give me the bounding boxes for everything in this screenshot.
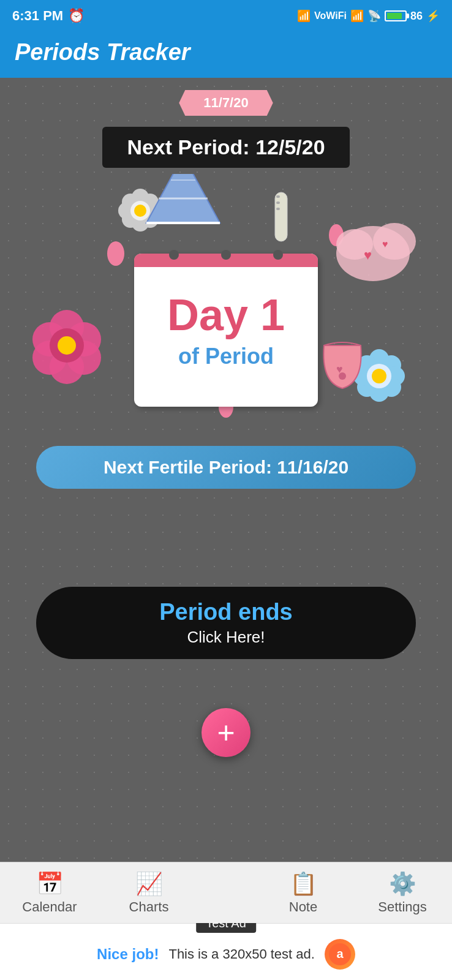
settings-icon: ⚙️: [389, 871, 416, 897]
battery-tip: [407, 13, 409, 18]
status-time: 6:31 PM: [12, 8, 63, 24]
fab-button[interactable]: +: [202, 708, 250, 757]
ad-nice-job: Nice job!: [97, 946, 159, 963]
svg-text:♥: ♥: [336, 363, 343, 375]
svg-rect-29: [275, 192, 287, 241]
fab-plus-icon: +: [217, 715, 235, 750]
svg-text:of Period: of Period: [178, 344, 274, 369]
status-time-area: 6:31 PM ⏰: [12, 8, 85, 24]
svg-point-54: [221, 250, 231, 260]
note-icon: 📋: [290, 871, 317, 897]
signal-icon: 📶: [297, 9, 311, 23]
battery-fill: [387, 13, 402, 19]
battery-percent: 86: [410, 10, 423, 23]
svg-rect-31: [276, 202, 280, 204]
svg-rect-32: [276, 208, 280, 210]
wifi-icon: 📡: [367, 9, 381, 23]
svg-text:♥: ♥: [364, 247, 372, 263]
ad-content: Nice job! This is a 320x50 test ad. a: [97, 939, 355, 970]
date-ribbon: 11/7/20: [179, 90, 273, 116]
wifi-bars-icon: 📶: [350, 9, 364, 23]
period-ends-title: Period ends: [61, 599, 391, 625]
nav-item-calendar[interactable]: 📅 Calendar: [0, 866, 99, 920]
svg-point-17: [134, 205, 146, 217]
svg-point-53: [169, 250, 179, 260]
period-ends-button[interactable]: Period ends Click Here!: [36, 587, 416, 659]
alarm-icon: ⏰: [68, 8, 85, 24]
svg-point-55: [273, 250, 283, 260]
app-title: Periods Tracker: [15, 39, 190, 65]
bottom-nav: 📅 Calendar 📈 Charts 📋 Note ⚙️ Settings: [0, 862, 452, 923]
ad-logo: a: [325, 939, 355, 970]
ad-logo-icon: a: [329, 943, 351, 965]
illustration-container: ♥ ♥ ♥: [18, 174, 434, 431]
svg-point-7: [58, 336, 76, 355]
charging-icon: ⚡: [426, 9, 440, 23]
nav-label-note: Note: [289, 899, 317, 915]
svg-point-47: [372, 369, 386, 383]
fertile-period-button[interactable]: Next Fertile Period: 11/16/20: [36, 446, 416, 489]
svg-text:Day 1: Day 1: [167, 290, 285, 339]
status-icons: 📶 VoWiFi 📶 📡 86 ⚡: [297, 9, 440, 23]
illustration-svg: ♥ ♥ ♥: [18, 174, 434, 431]
svg-rect-30: [276, 195, 280, 198]
svg-rect-52: [134, 261, 318, 267]
charts-icon: 📈: [135, 871, 163, 897]
app-header: Periods Tracker: [0, 32, 452, 78]
battery-indicator: [385, 10, 407, 21]
calendar-icon: 📅: [36, 871, 64, 897]
svg-point-34: [373, 223, 416, 260]
next-period-box: Next Period: 12/5/20: [102, 127, 349, 168]
nav-item-note[interactable]: 📋 Note: [254, 866, 353, 920]
nav-item-charts[interactable]: 📈 Charts: [99, 866, 198, 920]
nav-label-calendar: Calendar: [22, 899, 77, 915]
ad-text: This is a 320x50 test ad.: [168, 946, 314, 962]
svg-text:♥: ♥: [382, 239, 388, 249]
svg-point-25: [107, 241, 124, 266]
nav-label-settings: Settings: [378, 899, 427, 915]
period-ends-subtitle: Click Here!: [61, 628, 391, 647]
status-bar: 6:31 PM ⏰ 📶 VoWiFi 📶 📡 86 ⚡: [0, 0, 452, 32]
nav-label-charts: Charts: [129, 899, 169, 915]
wifi-label: VoWiFi: [314, 10, 347, 21]
ad-banner: Test Ad Nice job! This is a 320x50 test …: [0, 923, 452, 980]
svg-text:a: a: [336, 947, 344, 960]
main-content: 11/7/20 Next Period: 12/5/20: [0, 78, 452, 862]
nav-item-settings[interactable]: ⚙️ Settings: [353, 866, 452, 920]
